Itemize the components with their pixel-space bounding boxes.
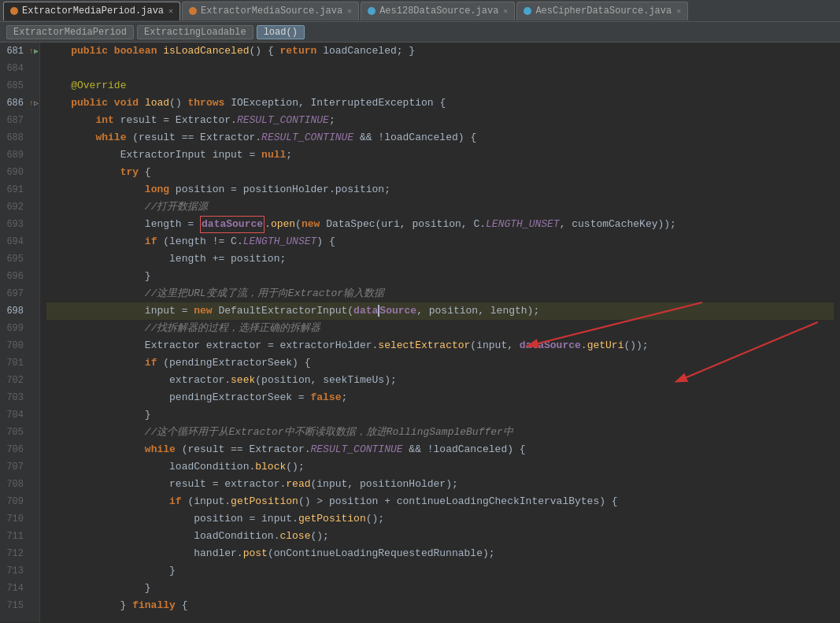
code-line-690: try { (46, 164, 834, 181)
tab-java-icon (10, 7, 18, 15)
code-content[interactable]: public boolean isLoadCanceled() { return… (40, 43, 840, 622)
code-line-696: } (46, 268, 834, 285)
code-line-710: position = input.getPosition(); (46, 510, 834, 528)
code-line-709: if (input.getPosition() > position + con… (46, 493, 834, 510)
tab-aes-cipher-datasource[interactable]: AesCipherDataSource.java ✕ (516, 2, 688, 20)
line-num-692: 692 (0, 198, 28, 216)
line-num-704: 704 (0, 406, 28, 424)
code-line-714: } (46, 580, 834, 597)
breadcrumb-bar: ExtractorMediaPeriod ExtractingLoadable … (0, 22, 840, 43)
gutter-row-703: 703 (0, 389, 39, 406)
code-line-687: int result = Extractor.RESULT_CONTINUE; (46, 112, 834, 129)
breadcrumb-class[interactable]: ExtractorMediaPeriod (6, 25, 134, 39)
tab-close-btn3[interactable]: ✕ (503, 6, 508, 16)
code-line-707: loadCondition.block(); (46, 458, 834, 476)
code-line-681: public boolean isLoadCanceled() { return… (46, 43, 834, 60)
code-line-704: } (46, 406, 834, 424)
gutter-row-690: 690 (0, 164, 39, 181)
gutter-row-708: 708 (0, 476, 39, 493)
line-num-710: 710 (0, 510, 28, 528)
tab-close-btn2[interactable]: ✕ (347, 6, 352, 16)
code-line-688: while (result == Extractor.RESULT_CONTIN… (46, 129, 834, 146)
code-line-711: loadCondition.close(); (46, 528, 834, 545)
code-line-693: length = dataSource.open(new DataSpec(ur… (46, 216, 834, 233)
line-num-712: 712 (0, 545, 28, 562)
line-num-695: 695 (0, 250, 28, 268)
gutter-row-697: 697 (0, 285, 39, 302)
line-num-686: 686 (0, 95, 28, 112)
line-num-701: 701 (0, 354, 28, 372)
breadcrumb-method[interactable]: load() (257, 25, 305, 39)
gutter-row-715: 715 (0, 597, 39, 614)
gutter-row-702: 702 (0, 372, 39, 389)
line-num-706: 706 (0, 441, 28, 458)
code-line-694: if (length != C.LENGTH_UNSET) { (46, 233, 834, 250)
gutter-row-689: 689 (0, 146, 39, 164)
gutter-row-698: 698 (0, 302, 39, 320)
code-line-697: //这里把URL变成了流，用于向Extractor输入数据 (46, 285, 834, 302)
gutter-row-712: 712 (0, 545, 39, 562)
code-line-700: Extractor extractor = extractorHolder.se… (46, 337, 834, 354)
gutter-row-714: 714 (0, 580, 39, 597)
line-num-690: 690 (0, 164, 28, 181)
line-num-689: 689 (0, 146, 28, 164)
line-number-gutter: 681 ↑ ▶ 684 685 686 ↑ ▷ (0, 43, 40, 622)
line-num-700: 700 (0, 337, 28, 354)
line-num-708: 708 (0, 476, 28, 493)
gutter-row-688: 688 (0, 129, 39, 146)
tab-close-btn[interactable]: ✕ (168, 6, 173, 16)
line-num-702: 702 (0, 372, 28, 389)
tab-java-icon3 (368, 7, 376, 15)
gutter-row-694: 694 (0, 233, 39, 250)
gutter-row-693: 693 (0, 216, 39, 233)
line-marker-681: ↑ ▶ (28, 46, 39, 56)
gutter-row-709: 709 (0, 493, 39, 510)
gutter-row-687: 687 (0, 112, 39, 129)
gutter-row-684: 684 (0, 60, 39, 77)
code-line-715: } finally { (46, 597, 834, 614)
arrow-icon: ▷ (34, 98, 39, 108)
gutter-row-695: 695 (0, 250, 39, 268)
tab-extractor-media-source[interactable]: ExtractorMediaSource.java ✕ (182, 2, 359, 20)
line-num-703: 703 (0, 389, 28, 406)
tab-java-icon4 (524, 7, 531, 15)
gutter-row-696: 696 (0, 268, 39, 285)
datasource-highlight-box: dataSource (200, 216, 265, 233)
line-num-698: 698 (0, 302, 28, 320)
tab-java-icon2 (189, 7, 197, 15)
gutter-row-713: 713 (0, 562, 39, 580)
editor-window: ExtractorMediaPeriod.java ✕ ExtractorMed… (0, 0, 840, 622)
tab-extractor-media-period[interactable]: ExtractorMediaPeriod.java ✕ (3, 2, 180, 20)
line-num-687: 687 (0, 112, 28, 129)
code-line-712: handler.post(onContinueLoadingRequestedR… (46, 545, 834, 562)
code-line-706: while (result == Extractor.RESULT_CONTIN… (46, 441, 834, 458)
breadcrumb-inner-class[interactable]: ExtractingLoadable (137, 25, 253, 39)
line-num-694: 694 (0, 233, 28, 250)
code-line-702: extractor.seek(position, seekTimeUs); (46, 372, 834, 389)
line-num-681: 681 (0, 43, 28, 60)
line-num-709: 709 (0, 493, 28, 510)
line-num-705: 705 (0, 424, 28, 441)
gutter-row-681: 681 ↑ ▶ (0, 43, 39, 60)
gutter-row-701: 701 (0, 354, 39, 372)
code-line-699: //找拆解器的过程，选择正确的拆解器 (46, 320, 834, 337)
line-num-693: 693 (0, 216, 28, 233)
tab-aes128-datasource[interactable]: Aes128DataSource.java ✕ (361, 2, 515, 20)
line-num-699: 699 (0, 320, 28, 337)
gutter-row-704: 704 (0, 406, 39, 424)
line-num-684: 684 (0, 60, 28, 77)
tab-close-btn4[interactable]: ✕ (676, 6, 681, 16)
line-num-696: 696 (0, 268, 28, 285)
code-line-698: input = new DefaultExtractorInput(dataSo… (46, 302, 834, 320)
code-line-703: pendingExtractorSeek = false; (46, 389, 834, 406)
gutter-row-707: 707 (0, 458, 39, 476)
line-num-707: 707 (0, 458, 28, 476)
gutter-row-710: 710 (0, 510, 39, 528)
tab-bar: ExtractorMediaPeriod.java ✕ ExtractorMed… (0, 0, 840, 22)
line-num-688: 688 (0, 129, 28, 146)
line-num-711: 711 (0, 528, 28, 545)
gutter-row-685: 685 (0, 77, 39, 95)
code-line-691: long position = positionHolder.position; (46, 181, 834, 198)
line-num-715: 715 (0, 597, 28, 614)
code-line-692: //打开数据源 (46, 198, 834, 216)
